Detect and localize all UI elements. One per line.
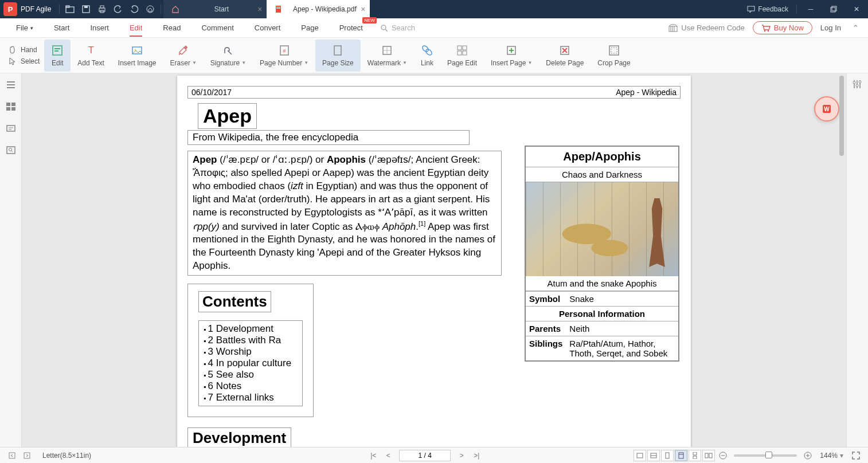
- contents-item[interactable]: 4 In popular culture: [204, 358, 298, 369]
- close-icon[interactable]: ×: [361, 5, 365, 14]
- zoom-slider[interactable]: [734, 454, 797, 457]
- search-panel-icon[interactable]: [5, 144, 17, 156]
- ribbon-label: Eraser: [170, 59, 190, 67]
- contents-item[interactable]: 3 Worship: [204, 346, 298, 358]
- view-fitwidth-icon[interactable]: [647, 450, 660, 461]
- view-single-icon[interactable]: [675, 450, 687, 461]
- tab-label: Start: [184, 5, 259, 13]
- ribbon-delete-page[interactable]: Delete Page: [539, 40, 591, 72]
- feedback-label: Feedback: [758, 5, 788, 13]
- close-window-button[interactable]: ✕: [845, 0, 868, 18]
- ribbon-link[interactable]: Link: [414, 40, 440, 72]
- first-page-icon[interactable]: |<: [366, 449, 380, 462]
- view-fitpage-icon[interactable]: [661, 450, 674, 461]
- ribbon-page-number[interactable]: #Page Number▼: [253, 40, 315, 72]
- contents-item[interactable]: 1 Development: [204, 323, 298, 335]
- next-doc-icon[interactable]: [20, 449, 34, 462]
- search-box[interactable]: Search: [380, 23, 415, 32]
- thumbnails-icon[interactable]: [5, 101, 17, 112]
- tab-document[interactable]: Apep - Wikipedia.pdf ×: [267, 0, 370, 18]
- maximize-button[interactable]: [822, 0, 845, 18]
- bookmarks-icon[interactable]: [5, 79, 17, 91]
- menu-convert[interactable]: Convert: [244, 18, 291, 38]
- ribbon-insert-image[interactable]: Insert Image: [111, 40, 163, 72]
- contents-item[interactable]: 6 Notes: [204, 380, 298, 392]
- titlebar: P PDF Agile Start × Apep - Wikipedia.pdf…: [0, 0, 868, 18]
- page-counter-input[interactable]: [399, 450, 451, 461]
- svg-point-14: [381, 25, 386, 30]
- menu-read[interactable]: Read: [153, 18, 191, 38]
- contents-item[interactable]: 7 External links: [204, 392, 298, 403]
- select-tool[interactable]: Select: [8, 57, 40, 66]
- eraser-icon: [177, 44, 190, 57]
- menu-protect[interactable]: ProtectNEW: [329, 18, 373, 38]
- page-size-label: Letter(8.5×11in): [42, 452, 91, 460]
- last-page-icon[interactable]: >|: [470, 449, 483, 462]
- view-actual-icon[interactable]: [634, 450, 646, 461]
- ribbon-insert-page[interactable]: Insert Page▼: [484, 40, 539, 72]
- undo-icon[interactable]: [110, 1, 126, 17]
- svg-point-67: [856, 84, 858, 87]
- svg-point-36: [425, 48, 433, 56]
- right-panel: [846, 73, 868, 447]
- menu-file[interactable]: File ▾: [6, 18, 44, 38]
- scrollbar-thumb[interactable]: [839, 76, 844, 156]
- view-facing-icon[interactable]: [702, 450, 715, 461]
- fullscreen-icon[interactable]: [849, 449, 863, 462]
- doc-subtitle: From Wikipedia, the free encyclopedia: [187, 130, 470, 145]
- home-quick-icon[interactable]: [142, 1, 158, 17]
- menu-start[interactable]: Start: [44, 18, 80, 38]
- collapse-ribbon-icon[interactable]: ⌃: [849, 23, 862, 32]
- menu-comment[interactable]: Comment: [191, 18, 244, 38]
- menu-page[interactable]: Page: [291, 18, 329, 38]
- prev-page-icon[interactable]: <: [381, 449, 395, 462]
- next-page-icon[interactable]: >: [455, 449, 468, 462]
- open-icon[interactable]: [62, 1, 78, 17]
- document-canvas[interactable]: 06/10/2017 Apep - Wikipedia Apep From Wi…: [22, 73, 846, 447]
- svg-rect-3: [84, 6, 88, 8]
- settings-panel-icon[interactable]: [852, 79, 863, 91]
- minimize-button[interactable]: ─: [799, 0, 822, 18]
- zoom-slider-knob[interactable]: [765, 452, 772, 458]
- tab-start[interactable]: Start ×: [163, 0, 267, 18]
- redeem-button[interactable]: Use Redeem Code: [668, 23, 745, 32]
- save-icon[interactable]: [78, 1, 94, 17]
- prev-doc-icon[interactable]: [5, 449, 19, 462]
- vertical-scrollbar[interactable]: [839, 73, 845, 447]
- close-icon[interactable]: ×: [257, 5, 262, 14]
- ribbon-add-text[interactable]: TAdd Text: [71, 40, 111, 72]
- ribbon-crop-page[interactable]: Crop Page: [591, 40, 637, 72]
- app-logo: P: [3, 2, 17, 16]
- svg-rect-47: [609, 46, 619, 55]
- svg-rect-81: [709, 453, 712, 458]
- ribbon-eraser[interactable]: Eraser▼: [163, 40, 204, 72]
- view-continuous-icon[interactable]: [689, 450, 701, 461]
- ribbon-edit[interactable]: Edit: [44, 40, 71, 72]
- chevron-down-icon: ▼: [527, 60, 532, 65]
- menu-insert[interactable]: Insert: [80, 18, 119, 38]
- annotations-icon[interactable]: [5, 123, 17, 134]
- infobox-title: Apep/Apophis: [526, 147, 678, 167]
- zoom-out-icon[interactable]: [716, 449, 730, 462]
- zoom-in-icon[interactable]: [801, 449, 815, 462]
- svg-rect-40: [463, 51, 467, 55]
- feedback-button[interactable]: Feedback: [741, 5, 794, 13]
- ribbon-label: Page Size: [322, 59, 354, 67]
- svg-rect-16: [669, 26, 677, 32]
- zoom-dropdown-icon[interactable]: ▾: [840, 452, 843, 460]
- ribbon-page-edit[interactable]: Page Edit: [440, 40, 484, 72]
- login-button[interactable]: Log In: [820, 23, 841, 32]
- ribbon-watermark[interactable]: Watermark▼: [361, 40, 414, 72]
- floating-action-button[interactable]: W: [814, 96, 839, 121]
- print-icon[interactable]: [94, 1, 110, 17]
- ribbon-signature[interactable]: Signature▼: [204, 40, 253, 72]
- infobox-caption: Atum and the snake Apophis: [526, 276, 678, 291]
- redo-icon[interactable]: [126, 1, 142, 17]
- contents-heading: Contents: [198, 291, 271, 312]
- contents-item[interactable]: 5 See also: [204, 369, 298, 380]
- hand-tool[interactable]: Hand: [8, 45, 40, 54]
- buy-now-button[interactable]: Buy Now: [753, 21, 812, 34]
- menu-edit[interactable]: Edit: [119, 18, 153, 38]
- contents-item[interactable]: 2 Battles with Ra: [204, 335, 298, 346]
- ribbon-page-size[interactable]: Page Size: [315, 40, 361, 72]
